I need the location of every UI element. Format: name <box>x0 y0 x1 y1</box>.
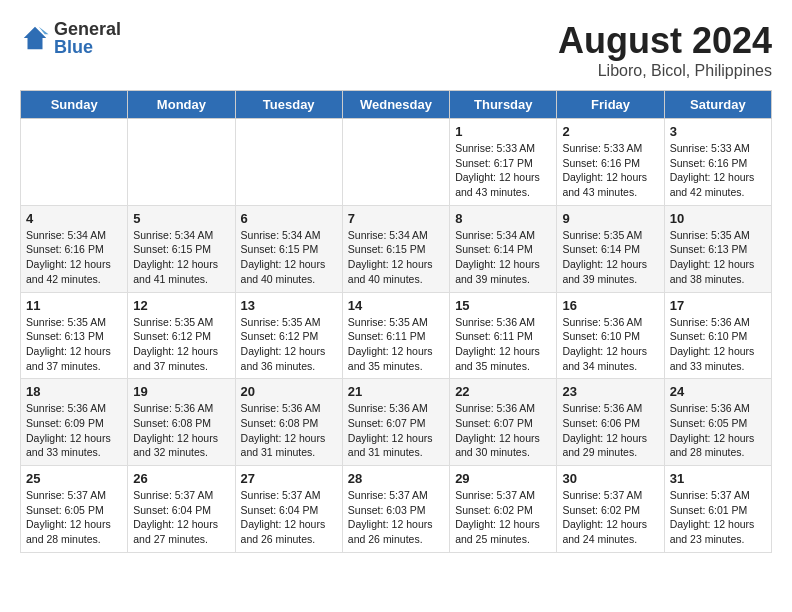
day-number: 31 <box>670 471 766 486</box>
logo: General Blue <box>20 20 121 56</box>
day-info: Sunrise: 5:36 AM <box>670 315 766 330</box>
day-info: Sunrise: 5:35 AM <box>670 228 766 243</box>
day-info: and 26 minutes. <box>348 532 444 547</box>
day-info: and 24 minutes. <box>562 532 658 547</box>
day-info: Sunset: 6:05 PM <box>670 416 766 431</box>
day-info: Sunset: 6:16 PM <box>670 156 766 171</box>
day-info: Sunrise: 5:36 AM <box>241 401 337 416</box>
header-friday: Friday <box>557 91 664 119</box>
day-cell: 15Sunrise: 5:36 AMSunset: 6:11 PMDayligh… <box>450 292 557 379</box>
day-info: and 26 minutes. <box>241 532 337 547</box>
day-info: Sunset: 6:11 PM <box>455 329 551 344</box>
day-info: Sunset: 6:10 PM <box>562 329 658 344</box>
day-cell: 13Sunrise: 5:35 AMSunset: 6:12 PMDayligh… <box>235 292 342 379</box>
day-info: Daylight: 12 hours <box>241 517 337 532</box>
day-info: Sunset: 6:10 PM <box>670 329 766 344</box>
main-title: August 2024 <box>558 20 772 62</box>
day-info: Daylight: 12 hours <box>241 431 337 446</box>
day-info: Daylight: 12 hours <box>562 431 658 446</box>
day-info: and 36 minutes. <box>241 359 337 374</box>
day-info: Daylight: 12 hours <box>133 344 229 359</box>
day-cell: 20Sunrise: 5:36 AMSunset: 6:08 PMDayligh… <box>235 379 342 466</box>
day-info: Sunset: 6:12 PM <box>241 329 337 344</box>
header-row: SundayMondayTuesdayWednesdayThursdayFrid… <box>21 91 772 119</box>
day-info: Sunrise: 5:36 AM <box>562 401 658 416</box>
day-info: Sunset: 6:08 PM <box>133 416 229 431</box>
day-cell: 19Sunrise: 5:36 AMSunset: 6:08 PMDayligh… <box>128 379 235 466</box>
day-info: and 32 minutes. <box>133 445 229 460</box>
day-cell: 23Sunrise: 5:36 AMSunset: 6:06 PMDayligh… <box>557 379 664 466</box>
day-cell: 24Sunrise: 5:36 AMSunset: 6:05 PMDayligh… <box>664 379 771 466</box>
day-info: Sunrise: 5:34 AM <box>348 228 444 243</box>
day-cell: 14Sunrise: 5:35 AMSunset: 6:11 PMDayligh… <box>342 292 449 379</box>
day-cell: 18Sunrise: 5:36 AMSunset: 6:09 PMDayligh… <box>21 379 128 466</box>
day-info: Sunset: 6:04 PM <box>133 503 229 518</box>
day-info: Sunrise: 5:34 AM <box>26 228 122 243</box>
day-info: Daylight: 12 hours <box>670 517 766 532</box>
day-number: 3 <box>670 124 766 139</box>
day-info: Daylight: 12 hours <box>455 344 551 359</box>
logo-blue: Blue <box>54 38 121 56</box>
day-number: 30 <box>562 471 658 486</box>
day-info: and 43 minutes. <box>455 185 551 200</box>
day-info: Sunrise: 5:36 AM <box>26 401 122 416</box>
day-info: Daylight: 12 hours <box>348 517 444 532</box>
day-info: and 43 minutes. <box>562 185 658 200</box>
day-number: 25 <box>26 471 122 486</box>
day-info: Daylight: 12 hours <box>670 344 766 359</box>
day-info: Sunrise: 5:36 AM <box>562 315 658 330</box>
title-block: August 2024 Liboro, Bicol, Philippines <box>558 20 772 80</box>
day-info: Sunset: 6:15 PM <box>348 242 444 257</box>
day-info: Sunset: 6:03 PM <box>348 503 444 518</box>
day-info: Daylight: 12 hours <box>26 344 122 359</box>
day-info: Daylight: 12 hours <box>348 431 444 446</box>
day-info: Sunrise: 5:34 AM <box>455 228 551 243</box>
day-info: Daylight: 12 hours <box>562 170 658 185</box>
day-number: 13 <box>241 298 337 313</box>
day-info: Daylight: 12 hours <box>455 170 551 185</box>
day-number: 29 <box>455 471 551 486</box>
day-info: and 42 minutes. <box>26 272 122 287</box>
day-info: Sunset: 6:15 PM <box>133 242 229 257</box>
day-info: and 40 minutes. <box>241 272 337 287</box>
day-info: Sunset: 6:09 PM <box>26 416 122 431</box>
week-row-3: 11Sunrise: 5:35 AMSunset: 6:13 PMDayligh… <box>21 292 772 379</box>
day-number: 16 <box>562 298 658 313</box>
day-info: Daylight: 12 hours <box>26 257 122 272</box>
day-info: and 30 minutes. <box>455 445 551 460</box>
day-cell: 31Sunrise: 5:37 AMSunset: 6:01 PMDayligh… <box>664 466 771 553</box>
calendar-header: SundayMondayTuesdayWednesdayThursdayFrid… <box>21 91 772 119</box>
week-row-4: 18Sunrise: 5:36 AMSunset: 6:09 PMDayligh… <box>21 379 772 466</box>
day-cell: 25Sunrise: 5:37 AMSunset: 6:05 PMDayligh… <box>21 466 128 553</box>
day-info: Sunrise: 5:33 AM <box>670 141 766 156</box>
page-header: General Blue August 2024 Liboro, Bicol, … <box>20 20 772 80</box>
day-info: Sunrise: 5:34 AM <box>133 228 229 243</box>
day-info: Sunset: 6:02 PM <box>562 503 658 518</box>
day-info: and 39 minutes. <box>455 272 551 287</box>
day-info: Daylight: 12 hours <box>455 517 551 532</box>
day-info: Sunrise: 5:36 AM <box>670 401 766 416</box>
day-number: 24 <box>670 384 766 399</box>
day-info: Sunrise: 5:37 AM <box>670 488 766 503</box>
day-info: Daylight: 12 hours <box>348 344 444 359</box>
day-info: Daylight: 12 hours <box>670 257 766 272</box>
logo-general: General <box>54 20 121 38</box>
day-cell: 28Sunrise: 5:37 AMSunset: 6:03 PMDayligh… <box>342 466 449 553</box>
day-cell: 22Sunrise: 5:36 AMSunset: 6:07 PMDayligh… <box>450 379 557 466</box>
day-info: Daylight: 12 hours <box>133 431 229 446</box>
day-info: Sunrise: 5:35 AM <box>241 315 337 330</box>
day-number: 15 <box>455 298 551 313</box>
day-cell: 17Sunrise: 5:36 AMSunset: 6:10 PMDayligh… <box>664 292 771 379</box>
day-info: and 37 minutes. <box>133 359 229 374</box>
day-info: Sunset: 6:14 PM <box>455 242 551 257</box>
week-row-1: 1Sunrise: 5:33 AMSunset: 6:17 PMDaylight… <box>21 119 772 206</box>
day-cell: 5Sunrise: 5:34 AMSunset: 6:15 PMDaylight… <box>128 205 235 292</box>
day-cell: 11Sunrise: 5:35 AMSunset: 6:13 PMDayligh… <box>21 292 128 379</box>
day-number: 1 <box>455 124 551 139</box>
day-cell: 27Sunrise: 5:37 AMSunset: 6:04 PMDayligh… <box>235 466 342 553</box>
header-thursday: Thursday <box>450 91 557 119</box>
day-cell <box>342 119 449 206</box>
day-info: Sunrise: 5:37 AM <box>455 488 551 503</box>
day-cell <box>21 119 128 206</box>
day-cell: 29Sunrise: 5:37 AMSunset: 6:02 PMDayligh… <box>450 466 557 553</box>
